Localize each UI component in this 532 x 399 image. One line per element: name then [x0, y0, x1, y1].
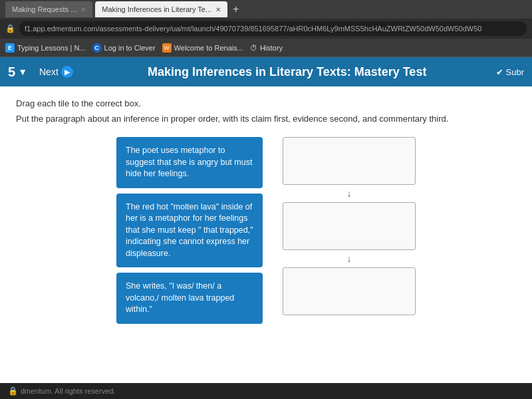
address-input[interactable] — [19, 21, 527, 36]
bookmark-welcome[interactable]: W Welcome to Renais... — [162, 43, 243, 53]
drop-zone-3[interactable] — [283, 267, 416, 315]
drag-tile-2[interactable]: The red hot "molten lava" inside of her … — [116, 194, 263, 268]
tiles-column: The poet uses metaphor to suggest that s… — [116, 137, 263, 324]
clever-icon: C — [92, 43, 102, 53]
footer-copyright: dmentum. All rights reserved. — [21, 387, 115, 395]
drag-tile-3[interactable]: She writes, "I was/ then/ a volcano,/ mo… — [116, 273, 263, 324]
lock-icon: 🔒 — [5, 24, 15, 33]
drop-zone-1[interactable] — [283, 137, 416, 185]
tab-bar: Making Requests ... ✕ Making Inferences … — [0, 0, 532, 19]
drag-tile-1[interactable]: The poet uses metaphor to suggest that s… — [116, 137, 263, 188]
drop-zone-2[interactable] — [283, 202, 416, 250]
next-circle-icon: ▶ — [61, 66, 73, 78]
tab-inactive-close[interactable]: ✕ — [80, 6, 86, 13]
footer: 🔒 dmentum. All rights reserved. — [0, 383, 532, 399]
bookmark-welcome-label: Welcome to Renais... — [174, 44, 243, 52]
submit-label: Subr — [506, 67, 524, 77]
new-tab-button[interactable]: + — [230, 3, 241, 15]
question-num-value: 5 — [8, 65, 15, 80]
bookmark-clever[interactable]: C Log in to Clever — [92, 43, 156, 53]
order-instruction: Put the paragraph about an inference in … — [16, 114, 516, 124]
checkmark-icon: ✔ — [496, 67, 503, 77]
chevron-down-icon[interactable]: ▼ — [18, 66, 27, 77]
bookmark-history[interactable]: ⏱ History — [250, 44, 283, 52]
history-icon: ⏱ — [250, 44, 257, 52]
bookmark-history-label: History — [260, 44, 283, 52]
bookmark-typing-label: Typing Lessons | N... — [17, 44, 86, 52]
drop-zones-column: ↓ ↓ — [283, 137, 416, 324]
bookmark-typing-lessons[interactable]: E Typing Lessons | N... — [5, 43, 86, 53]
drag-instruction: Drag each tile to the correct box. — [16, 98, 516, 108]
tile-3-text: She writes, "I was/ then/ a volcano,/ mo… — [126, 281, 234, 314]
tab-inactive-label: Making Requests ... — [12, 5, 76, 13]
bookmarks-bar: E Typing Lessons | N... C Log in to Clev… — [0, 39, 532, 57]
submit-area[interactable]: ✔ Subr — [496, 67, 524, 77]
footer-lock-icon: 🔒 — [8, 386, 18, 396]
address-bar: 🔒 — [0, 19, 532, 39]
tab-inactive[interactable]: Making Requests ... ✕ — [5, 1, 92, 17]
browser-chrome: Making Requests ... ✕ Making Inferences … — [0, 0, 532, 57]
page-title: Making Inferences in Literary Texts: Mas… — [85, 65, 489, 79]
tab-active[interactable]: Making Inferences in Literary Te... ✕ — [95, 1, 227, 17]
tab-active-close[interactable]: ✕ — [215, 6, 221, 13]
tile-2-text: The red hot "molten lava" inside of her … — [126, 202, 253, 258]
bookmark-clever-label: Log in to Clever — [104, 44, 156, 52]
main-content: Drag each tile to the correct box. Put t… — [0, 86, 532, 383]
edmentum-icon: E — [5, 43, 15, 53]
next-label: Next — [39, 66, 59, 77]
tab-active-label: Making Inferences in Literary Te... — [102, 5, 211, 13]
question-number: 5 ▼ — [8, 65, 27, 80]
drag-area: The poet uses metaphor to suggest that s… — [16, 137, 516, 324]
drop-arrow-1: ↓ — [283, 189, 416, 198]
tile-1-text: The poet uses metaphor to suggest that s… — [126, 146, 252, 178]
drop-arrow-2: ↓ — [283, 254, 416, 263]
welcome-icon: W — [162, 43, 172, 53]
next-button[interactable]: Next ▶ — [34, 63, 78, 80]
app-header: 5 ▼ Next ▶ Making Inferences in Literary… — [0, 57, 532, 86]
